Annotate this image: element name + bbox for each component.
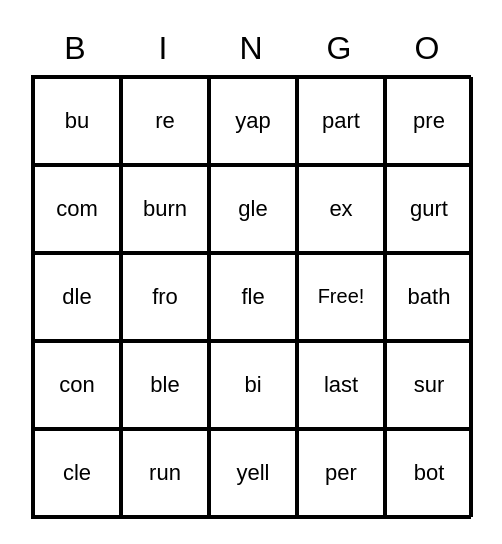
cell-11: fro xyxy=(121,253,209,341)
header-i: I xyxy=(119,26,207,71)
cell-12: fle xyxy=(209,253,297,341)
cell-19: sur xyxy=(385,341,473,429)
header-n: N xyxy=(207,26,295,71)
bingo-grid: bu re yap part pre com burn gle ex gurt … xyxy=(31,75,471,519)
cell-24: bot xyxy=(385,429,473,517)
cell-15: con xyxy=(33,341,121,429)
bingo-header: B I N G O xyxy=(31,26,471,71)
bingo-card: B I N G O bu re yap part pre com burn gl… xyxy=(31,26,471,519)
cell-6: burn xyxy=(121,165,209,253)
cell-2: yap xyxy=(209,77,297,165)
cell-7: gle xyxy=(209,165,297,253)
cell-22: yell xyxy=(209,429,297,517)
cell-10: dle xyxy=(33,253,121,341)
cell-14: bath xyxy=(385,253,473,341)
cell-1: re xyxy=(121,77,209,165)
cell-3: part xyxy=(297,77,385,165)
header-g: G xyxy=(295,26,383,71)
header-o: O xyxy=(383,26,471,71)
cell-16: ble xyxy=(121,341,209,429)
cell-0: bu xyxy=(33,77,121,165)
cell-9: gurt xyxy=(385,165,473,253)
cell-4: pre xyxy=(385,77,473,165)
cell-17: bi xyxy=(209,341,297,429)
cell-5: com xyxy=(33,165,121,253)
cell-20: cle xyxy=(33,429,121,517)
cell-21: run xyxy=(121,429,209,517)
free-space: Free! xyxy=(297,253,385,341)
header-b: B xyxy=(31,26,119,71)
cell-18: last xyxy=(297,341,385,429)
cell-8: ex xyxy=(297,165,385,253)
cell-23: per xyxy=(297,429,385,517)
